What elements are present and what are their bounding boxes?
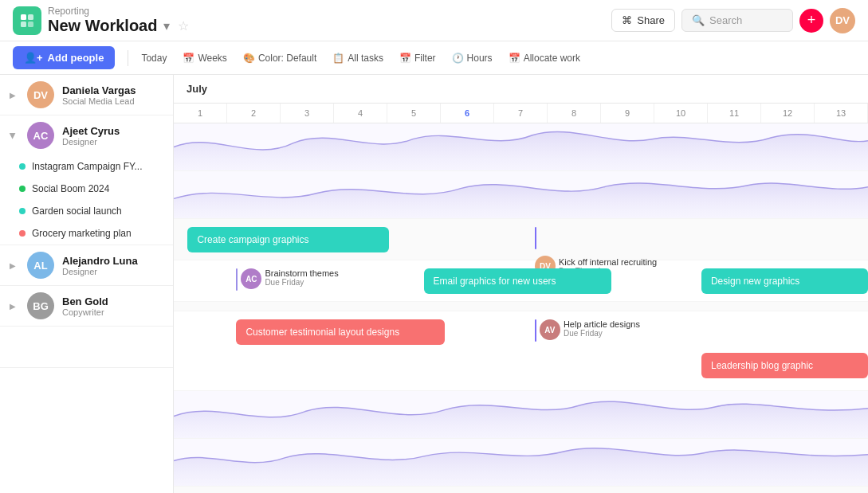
avatar-daniela: DV xyxy=(27,81,54,108)
svg-rect-2 xyxy=(21,22,26,27)
date-11: 11 xyxy=(708,104,761,123)
date-6: 6 xyxy=(441,104,494,123)
add-people-button[interactable]: 👤+ Add people xyxy=(13,46,115,69)
avatar-ben: BG xyxy=(27,292,54,319)
gantt-area: July 1 2 3 4 5 6 7 8 9 10 11 12 13 xyxy=(174,75,868,493)
month-label: July xyxy=(174,83,868,95)
person-name-ajeet: Ajeet Cyrus xyxy=(62,125,120,137)
svg-rect-3 xyxy=(28,22,33,27)
help-article-name: Help article designs xyxy=(564,319,640,329)
share-icon: ⌘ xyxy=(622,14,632,26)
gantt-header: July xyxy=(174,75,868,104)
date-13: 13 xyxy=(815,104,868,123)
person-name-alejandro: Alejandro Luna xyxy=(62,255,138,267)
svg-rect-1 xyxy=(28,14,33,20)
filter-button[interactable]: 📅 Filter xyxy=(393,49,442,67)
person-header-daniela[interactable]: ▶ DV Daniela Vargas Social Media Lead xyxy=(0,75,173,115)
project-item-instagram[interactable]: Instagram Campaign FY... xyxy=(10,155,173,178)
project-dot-icon xyxy=(19,186,26,192)
search-bar[interactable]: 🔍 Search xyxy=(681,9,793,32)
date-7: 7 xyxy=(494,104,548,123)
expand-arrow-icon: ▶ xyxy=(9,132,18,139)
person-group-ben: ▶ BG Ben Gold Copywriter xyxy=(0,286,173,327)
brainstorm-divider xyxy=(236,268,238,291)
gantt-task-row-socialboom: AC Brainstorm themes Due Friday Email gr… xyxy=(174,260,868,302)
hours-icon: 🕐 xyxy=(452,53,464,64)
app-logo[interactable] xyxy=(13,6,41,35)
person-header-ben[interactable]: ▶ BG Ben Gold Copywriter xyxy=(0,286,173,326)
project-name: Garden social launch xyxy=(32,205,122,217)
share-button[interactable]: ⌘ Share xyxy=(611,9,675,32)
date-4: 4 xyxy=(334,104,387,123)
gantt-rows: Create campaign graphics DV Kick off int… xyxy=(174,123,868,493)
expand-arrow-icon: ▶ xyxy=(10,91,16,100)
project-dot-icon xyxy=(19,163,26,170)
person-header-alejandro[interactable]: ▶ AL Alejandro Luna Designer xyxy=(0,245,173,285)
project-item-grocery[interactable]: Grocery marketing plan xyxy=(10,222,173,245)
gantt-task-row-garden xyxy=(174,302,868,311)
person-group-more xyxy=(0,327,173,368)
project-dot-icon xyxy=(19,208,26,214)
date-10: 10 xyxy=(654,104,708,123)
date-12: 12 xyxy=(761,104,815,123)
person-header-ajeet[interactable]: ▶ AC Ajeet Cyrus Designer xyxy=(0,115,173,155)
task-bar-design-new[interactable]: Design new graphics xyxy=(701,268,868,294)
project-list-ajeet: Instagram Campaign FY... Social Boom 202… xyxy=(0,155,173,245)
breadcrumb: Reporting xyxy=(48,6,189,17)
brainstorm-name: Brainstorm themes xyxy=(265,268,338,278)
project-item-garden[interactable]: Garden social launch xyxy=(10,200,173,222)
avatar-ajeet: AC xyxy=(27,122,54,149)
allocate-button[interactable]: 📅 Allocate work xyxy=(502,49,587,67)
weeks-button[interactable]: 📅 Weeks xyxy=(176,49,233,67)
date-3: 3 xyxy=(281,104,334,123)
color-button[interactable]: 🎨 Color: Default xyxy=(237,49,323,67)
inline-task-brainstorm: AC Brainstorm themes Due Friday xyxy=(236,268,338,291)
sidebar: ▶ DV Daniela Vargas Social Media Lead ▶ … xyxy=(0,75,174,493)
svg-rect-0 xyxy=(21,14,26,20)
hours-button[interactable]: 🕐 Hours xyxy=(446,49,499,67)
project-name: Instagram Campaign FY... xyxy=(32,161,143,172)
person-group-daniela: ▶ DV Daniela Vargas Social Media Lead xyxy=(0,75,173,115)
person-group-ajeet: ▶ AC Ajeet Cyrus Designer Instagram Camp… xyxy=(0,115,173,245)
add-people-icon: 👤+ xyxy=(24,52,43,64)
date-8: 8 xyxy=(548,104,601,123)
color-icon: 🎨 xyxy=(243,53,255,64)
task-bar-email-graphics[interactable]: Email graphics for new users xyxy=(424,268,611,294)
expand-arrow-icon: ▶ xyxy=(10,302,16,311)
page-title: New Workload xyxy=(48,17,157,35)
inline-task-divider xyxy=(535,227,536,249)
date-2: 2 xyxy=(227,104,281,123)
gantt-row-ajeet xyxy=(174,171,868,219)
project-item-socialboom[interactable]: Social Boom 2024 xyxy=(10,178,173,200)
task-bar-customer-testimonial[interactable]: Customer testimonial layout designs xyxy=(236,319,444,345)
filter-icon: 📅 xyxy=(399,53,411,64)
all-tasks-button[interactable]: 📋 All tasks xyxy=(326,49,390,67)
add-button[interactable]: + xyxy=(799,9,823,33)
task-bar-create-campaign[interactable]: Create campaign graphics xyxy=(187,227,389,252)
top-bar: Reporting New Workload ▾ ☆ ⌘ Share 🔍 Sea… xyxy=(0,0,868,41)
gantt-row-ben xyxy=(174,439,868,487)
help-article-divider xyxy=(535,319,536,342)
title-chevron-icon[interactable]: ▾ xyxy=(163,18,170,33)
brainstorm-avatar: AC xyxy=(241,268,261,289)
person-name-ben: Ben Gold xyxy=(62,295,108,307)
project-name: Social Boom 2024 xyxy=(32,183,109,194)
gantt-row-alejandro xyxy=(174,391,868,439)
inline-task-help-article: AV Help article designs Due Friday xyxy=(535,319,640,342)
person-role-alejandro: Designer xyxy=(62,267,138,276)
avatar[interactable]: DV xyxy=(830,8,855,33)
gantt-row-extra xyxy=(174,487,868,493)
today-button[interactable]: Today xyxy=(135,49,173,67)
brainstorm-due: Due Friday xyxy=(265,278,338,287)
title-star-icon[interactable]: ☆ xyxy=(178,18,189,33)
date-1: 1 xyxy=(174,104,227,123)
search-icon: 🔍 xyxy=(692,14,705,26)
person-role-daniela: Social Media Lead xyxy=(62,96,136,106)
person-role-ben: Copywriter xyxy=(62,307,108,317)
avatar-alejandro: AL xyxy=(27,252,54,279)
date-9: 9 xyxy=(601,104,654,123)
task-bar-leadership-blog[interactable]: Leadership blog graphic xyxy=(701,353,868,378)
main-layout: ▶ DV Daniela Vargas Social Media Lead ▶ … xyxy=(0,75,868,493)
toolbar-separator xyxy=(128,50,128,66)
date-5: 5 xyxy=(387,104,441,123)
